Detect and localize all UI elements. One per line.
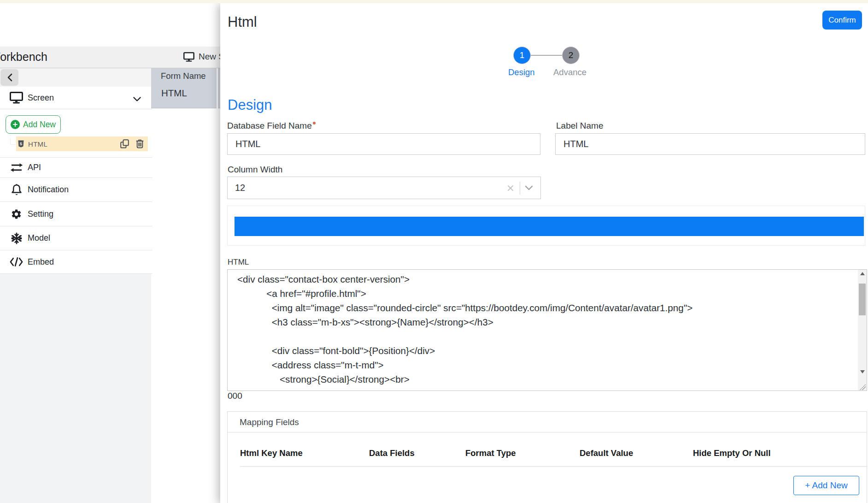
svg-text:5: 5 — [20, 142, 22, 146]
